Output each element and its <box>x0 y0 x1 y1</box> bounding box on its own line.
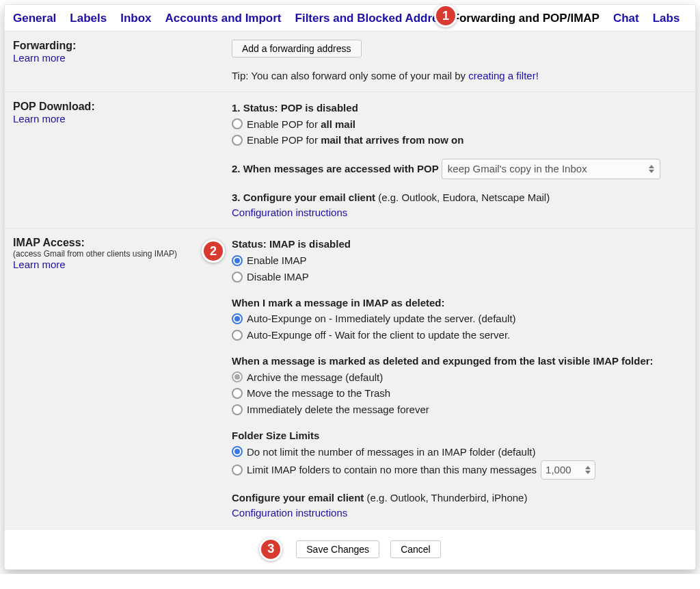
radio-folder-no-limit[interactable] <box>232 446 243 457</box>
imap-status: Status: IMAP is disabled <box>232 237 687 252</box>
imap-expunge-on-label: Auto-Expunge on - Immediately update the… <box>247 311 516 326</box>
annotation-2-icon: 2 <box>202 239 225 263</box>
save-changes-button[interactable]: Save Changes <box>296 540 379 558</box>
pop-status: 1. Status: POP is disabled <box>232 101 687 116</box>
pop-learn-more-link[interactable]: Learn more <box>13 113 225 125</box>
tab-accounts-import[interactable]: Accounts and Import <box>165 12 282 25</box>
imap-expunge-off-label: Auto-Expunge off - Wait for the client t… <box>247 328 510 343</box>
forwarding-tip: Tip: You can also forward only some of y… <box>232 68 687 83</box>
imap-expunged-label: When a message is marked as deleted and … <box>232 354 687 369</box>
imap-configuration-instructions-link[interactable]: Configuration instructions <box>232 506 687 521</box>
forwarding-title: Forwarding: <box>13 40 225 52</box>
tab-general[interactable]: General <box>13 12 56 25</box>
imap-folder-nolimit-label: Do not limit the number of messages in a… <box>247 445 535 460</box>
imap-enable-label: Enable IMAP <box>247 253 307 268</box>
tab-labs[interactable]: Labs <box>653 12 680 25</box>
section-imap-access: IMAP Access: (access Gmail from other cl… <box>5 228 695 528</box>
radio-archive-message[interactable] <box>232 371 243 382</box>
imap-title: IMAP Access: <box>13 237 196 249</box>
radio-disable-imap[interactable] <box>232 272 243 283</box>
tab-labels[interactable]: Labels <box>70 12 107 25</box>
cancel-button[interactable]: Cancel <box>390 540 441 558</box>
imap-configure-client: Configure your email client (e.g. Outloo… <box>232 490 687 506</box>
folder-limit-value: 1,000 <box>546 462 571 477</box>
radio-enable-imap[interactable] <box>232 255 243 266</box>
annotation-3-icon: 3 <box>259 538 282 561</box>
imap-learn-more-link[interactable]: Learn more <box>13 259 196 270</box>
settings-footer: 3 Save Changes Cancel <box>5 529 695 569</box>
imap-deleted-label: When I mark a message in IMAP as deleted… <box>232 296 687 311</box>
imap-subtitle: (access Gmail from other clients using I… <box>13 249 196 259</box>
updown-caret-icon <box>649 165 654 173</box>
tab-forwarding-pop-imap[interactable]: Forwarding and POP/IMAP <box>453 12 600 25</box>
section-forwarding: Forwarding: Learn more Add a forwarding … <box>5 31 695 92</box>
radio-pop-from-now[interactable] <box>232 135 243 146</box>
pop-configuration-instructions-link[interactable]: Configuration instructions <box>232 205 687 220</box>
section-pop-download: POP Download: Learn more 1. Status: POP … <box>5 92 695 228</box>
creating-a-filter-link[interactable]: creating a filter! <box>468 70 539 81</box>
tab-inbox[interactable]: Inbox <box>120 12 151 25</box>
imap-folder-size-label: Folder Size Limits <box>232 428 687 443</box>
imap-disable-label: Disable IMAP <box>247 270 309 285</box>
radio-auto-expunge-on[interactable] <box>232 313 243 324</box>
pop-configure-client: 3. Configure your email client (e.g. Out… <box>232 190 687 205</box>
forwarding-learn-more-link[interactable]: Learn more <box>13 52 225 64</box>
radio-auto-expunge-off[interactable] <box>232 330 243 341</box>
folder-limit-select[interactable]: 1,000 <box>541 460 595 480</box>
radio-folder-limit[interactable] <box>232 464 243 475</box>
imap-delete-label: Immediately delete the message forever <box>247 402 429 417</box>
settings-tabs: General Labels Inbox Accounts and Import… <box>5 5 695 31</box>
pop-status-label: 1. Status: <box>232 102 281 114</box>
pop-opt-all-mail: Enable POP for all mail <box>247 117 355 132</box>
radio-delete-forever[interactable] <box>232 404 243 415</box>
pop-when-accessed-value: keep Gmail's copy in the Inbox <box>448 161 587 176</box>
imap-folder-limit-label: Limit IMAP folders to contain no more th… <box>247 462 537 477</box>
updown-caret-icon <box>585 466 591 474</box>
add-forwarding-address-button[interactable]: Add a forwarding address <box>232 40 362 57</box>
imap-trash-label: Move the message to the Trash <box>247 386 390 401</box>
radio-move-to-trash[interactable] <box>232 388 243 399</box>
annotation-1-icon: 1 <box>434 4 457 27</box>
pop-when-accessed-select[interactable]: keep Gmail's copy in the Inbox <box>442 159 660 179</box>
imap-archive-label: Archive the message (default) <box>247 370 383 385</box>
tab-chat[interactable]: Chat <box>613 12 639 25</box>
pop-when-accessed-label: 2. When messages are accessed with POP <box>232 163 439 174</box>
pop-opt-from-now: Enable POP for mail that arrives from no… <box>247 133 463 148</box>
tab-filters-blocked[interactable]: Filters and Blocked Addre <box>295 12 439 25</box>
forwarding-tip-text: Tip: You can also forward only some of y… <box>232 70 468 81</box>
pop-status-value: POP is disabled <box>281 102 358 114</box>
radio-pop-all-mail[interactable] <box>232 118 243 129</box>
pop-title: POP Download: <box>13 101 225 113</box>
